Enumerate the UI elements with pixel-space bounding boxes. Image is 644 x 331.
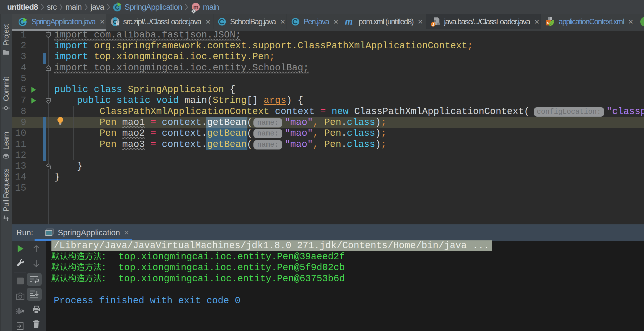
svg-text:<: < [547,21,549,25]
svg-text:m: m [345,17,353,27]
svg-text:J: J [432,22,434,27]
